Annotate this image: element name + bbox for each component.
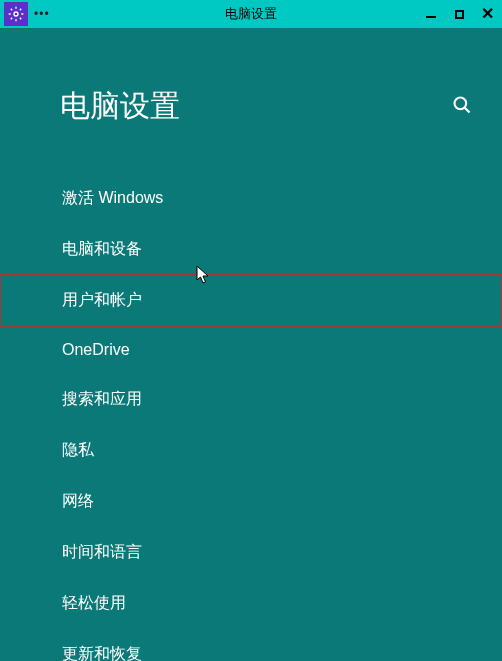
menu-item[interactable]: 网络 (0, 476, 502, 527)
menu-item[interactable]: 用户和帐户 (0, 275, 502, 326)
window-controls: ✕ (422, 5, 496, 23)
menu-item-label: 隐私 (62, 441, 94, 458)
menu-item-label: 轻松使用 (62, 594, 126, 611)
window-title: 电脑设置 (225, 5, 277, 23)
menu-item[interactable]: 更新和恢复 (0, 629, 502, 661)
menu-item-label: 用户和帐户 (62, 291, 142, 308)
titlebar: ••• 电脑设置 ✕ (0, 0, 502, 28)
menu-item[interactable]: 激活 Windows (0, 173, 502, 224)
svg-point-0 (14, 12, 18, 16)
app-icon (4, 2, 28, 26)
titlebar-menu-dots[interactable]: ••• (34, 7, 50, 21)
svg-point-1 (455, 97, 467, 109)
menu-item-label: 时间和语言 (62, 543, 142, 560)
search-icon[interactable] (452, 95, 472, 119)
menu-item[interactable]: 时间和语言 (0, 527, 502, 578)
menu-item-label: 网络 (62, 492, 94, 509)
maximize-button[interactable] (450, 5, 468, 23)
close-button[interactable]: ✕ (478, 5, 496, 23)
svg-line-2 (465, 107, 470, 112)
menu-item-label: 搜索和应用 (62, 390, 142, 407)
menu-item[interactable]: 搜索和应用 (0, 374, 502, 425)
settings-menu: 激活 Windows电脑和设备用户和帐户OneDrive搜索和应用隐私网络时间和… (0, 173, 502, 661)
menu-item-label: 更新和恢复 (62, 645, 142, 661)
menu-item-label: 激活 Windows (62, 189, 163, 206)
menu-item[interactable]: 隐私 (0, 425, 502, 476)
page-title: 电脑设置 (60, 86, 180, 127)
menu-item-label: OneDrive (62, 341, 130, 358)
menu-item-label: 电脑和设备 (62, 240, 142, 257)
menu-item[interactable]: OneDrive (0, 326, 502, 374)
content-area: 电脑设置 激活 Windows电脑和设备用户和帐户OneDrive搜索和应用隐私… (0, 28, 502, 661)
minimize-button[interactable] (422, 5, 440, 23)
menu-item[interactable]: 电脑和设备 (0, 224, 502, 275)
menu-item[interactable]: 轻松使用 (0, 578, 502, 629)
